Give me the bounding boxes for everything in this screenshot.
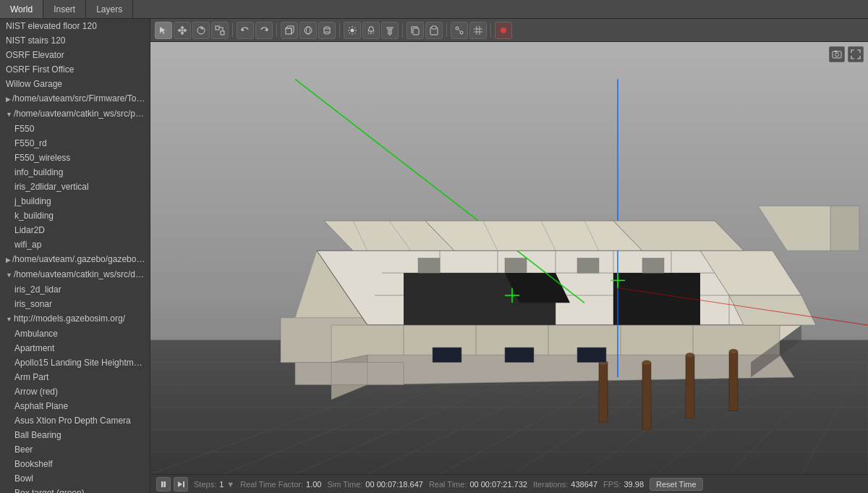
dir-light-button[interactable] bbox=[381, 22, 399, 39]
step-button[interactable] bbox=[174, 477, 188, 492]
svg-rect-117 bbox=[183, 481, 184, 487]
point-light-button[interactable] bbox=[344, 22, 361, 39]
svg-rect-76 bbox=[577, 258, 599, 274]
insert-sphere-button[interactable] bbox=[299, 22, 317, 39]
sidebar-item-path-dro[interactable]: ▼/home/uavteam/catkin_ws/src/dro... bbox=[0, 267, 150, 282]
toolbar-sep-2 bbox=[276, 23, 277, 38]
sidebar-item-iris-2d-lidar[interactable]: iris_2d_lidar bbox=[0, 282, 150, 297]
sidebar-item-f550[interactable]: F550 bbox=[0, 122, 150, 136]
spot-light-button[interactable] bbox=[362, 22, 380, 39]
sidebar: NIST elevated floor 120NIST stairs 120OS… bbox=[0, 19, 150, 493]
snap-button[interactable] bbox=[451, 22, 468, 39]
select-tool-button[interactable] bbox=[155, 22, 172, 39]
fps-value: 39.98 bbox=[624, 480, 644, 489]
screenshot-button[interactable] bbox=[829, 46, 845, 62]
sidebar-item-iris-2dlidar[interactable]: iris_2dlidar_vertical bbox=[0, 180, 150, 194]
pause-button[interactable] bbox=[156, 477, 171, 492]
svg-marker-10 bbox=[368, 27, 374, 31]
sidebar-item-path-gazebo[interactable]: ▶/home/uavteam/.gazebo/gazebo_... bbox=[0, 252, 150, 267]
svg-marker-63 bbox=[613, 273, 700, 325]
sidebar-item-box-target-green[interactable]: Box target (green) bbox=[0, 486, 150, 493]
real-time-label: Real Time: bbox=[429, 480, 467, 489]
svg-rect-21 bbox=[432, 26, 436, 29]
3d-viewport[interactable] bbox=[150, 42, 868, 474]
paste-button[interactable] bbox=[425, 22, 443, 39]
sidebar-item-k-building[interactable]: k_building bbox=[0, 208, 150, 223]
steps-down-icon: ▼ bbox=[226, 480, 234, 489]
sidebar-item-asphalt-plane[interactable]: Asphalt Plane bbox=[0, 399, 150, 413]
tab-insert[interactable]: Insert bbox=[43, 0, 86, 18]
sidebar-item-apartment[interactable]: Apartment bbox=[0, 341, 150, 355]
iterations-value: 438647 bbox=[571, 480, 597, 489]
sidebar-item-ambulance[interactable]: Ambulance bbox=[0, 326, 150, 341]
sidebar-item-j-building[interactable]: j_building bbox=[0, 194, 150, 208]
grid-button[interactable] bbox=[469, 22, 487, 39]
undo-button[interactable] bbox=[237, 22, 254, 39]
svg-rect-91 bbox=[433, 347, 461, 363]
scale-tool-button[interactable] bbox=[211, 22, 229, 39]
svg-rect-75 bbox=[505, 258, 527, 274]
sidebar-item-bookshelf[interactable]: Bookshelf bbox=[0, 457, 150, 471]
tab-world[interactable]: World bbox=[0, 0, 43, 18]
steps-label: Steps: bbox=[194, 480, 216, 489]
real-time-status: Real Time: 00 00:07:21.732 bbox=[429, 480, 527, 489]
sidebar-item-osrf-office[interactable]: OSRF First Office bbox=[0, 62, 150, 77]
sidebar-item-path-firmware[interactable]: ▶/home/uavteam/src/Firmware/Tool... bbox=[0, 91, 150, 106]
sidebar-list[interactable]: NIST elevated floor 120NIST stairs 120OS… bbox=[0, 19, 150, 493]
sidebar-item-asus-xtion[interactable]: Asus Xtion Pro Depth Camera bbox=[0, 413, 150, 428]
svg-rect-82 bbox=[642, 363, 651, 430]
sim-time-label: Sim Time: bbox=[327, 480, 362, 489]
insert-box-button[interactable] bbox=[281, 22, 298, 39]
toolbar-sep-3 bbox=[339, 23, 340, 38]
svg-rect-74 bbox=[418, 258, 440, 274]
svg-rect-115 bbox=[164, 481, 166, 487]
sidebar-item-arrow-red[interactable]: Arrow (red) bbox=[0, 384, 150, 399]
status-bar: Steps: 1 ▼ Real Time Factor: 1.00 Sim Ti… bbox=[150, 474, 868, 493]
svg-rect-111 bbox=[833, 51, 841, 58]
svg-point-5 bbox=[307, 27, 310, 34]
sidebar-item-bowl[interactable]: Bowl bbox=[0, 471, 150, 486]
sim-time-value: 00 00:07:18.647 bbox=[365, 480, 423, 489]
fullscreen-button[interactable] bbox=[848, 46, 864, 62]
svg-rect-84 bbox=[686, 355, 694, 418]
svg-rect-19 bbox=[413, 28, 419, 35]
redo-button[interactable] bbox=[255, 22, 273, 39]
rotate-tool-button[interactable] bbox=[192, 22, 210, 39]
sim-time-status: Sim Time: 00 00:07:18.647 bbox=[327, 480, 422, 489]
tab-layers[interactable]: Layers bbox=[86, 0, 133, 18]
sidebar-item-arm-part[interactable]: Arm Part bbox=[0, 370, 150, 384]
record-button[interactable] bbox=[495, 22, 512, 39]
toolbar bbox=[150, 19, 868, 42]
svg-rect-92 bbox=[505, 347, 534, 363]
svg-rect-77 bbox=[642, 258, 664, 274]
svg-rect-3 bbox=[286, 28, 292, 34]
sidebar-item-path-catkin[interactable]: ▼/home/uavteam/catkin_ws/src/px4... bbox=[0, 106, 150, 122]
sidebar-item-f550-rd[interactable]: F550_rd bbox=[0, 136, 150, 151]
sidebar-item-path-models[interactable]: ▼http://models.gazebosim.org/ bbox=[0, 311, 150, 326]
svg-marker-116 bbox=[178, 481, 182, 487]
sidebar-item-nist-floor[interactable]: NIST elevated floor 120 bbox=[0, 19, 150, 33]
sidebar-item-wifi-ap[interactable]: wifi_ap bbox=[0, 237, 150, 252]
copy-button[interactable] bbox=[407, 22, 424, 39]
translate-tool-button[interactable] bbox=[174, 22, 191, 39]
sidebar-item-info-building[interactable]: info_building bbox=[0, 165, 150, 180]
reset-time-button[interactable]: Reset Time bbox=[650, 478, 703, 491]
sidebar-item-lidar2d[interactable]: Lidar2D bbox=[0, 223, 150, 237]
svg-line-12 bbox=[368, 33, 370, 34]
sidebar-item-beer[interactable]: Beer bbox=[0, 442, 150, 457]
realtime-factor-status: Real Time Factor: 1.00 bbox=[240, 480, 321, 489]
sidebar-item-f550-wireless[interactable]: F550_wireless bbox=[0, 151, 150, 165]
svg-rect-113 bbox=[835, 51, 837, 52]
main-area: NIST elevated floor 120NIST stairs 120OS… bbox=[0, 19, 868, 493]
iterations-label: Iterations: bbox=[533, 480, 568, 489]
sidebar-item-ball-bearing[interactable]: Ball Bearing bbox=[0, 428, 150, 442]
sidebar-item-apollo15[interactable]: Apollo15 Landing Site Heightma... bbox=[0, 355, 150, 370]
svg-rect-93 bbox=[577, 347, 606, 363]
sidebar-item-willow-garage[interactable]: Willow Garage bbox=[0, 77, 150, 91]
svg-point-29 bbox=[501, 28, 506, 33]
sidebar-item-iris-sonar[interactable]: iris_sonar bbox=[0, 297, 150, 311]
insert-cylinder-button[interactable] bbox=[318, 22, 336, 39]
svg-rect-2 bbox=[221, 31, 224, 35]
sidebar-item-nist-stairs[interactable]: NIST stairs 120 bbox=[0, 33, 150, 48]
sidebar-item-osrf-elevator[interactable]: OSRF Elevator bbox=[0, 48, 150, 62]
